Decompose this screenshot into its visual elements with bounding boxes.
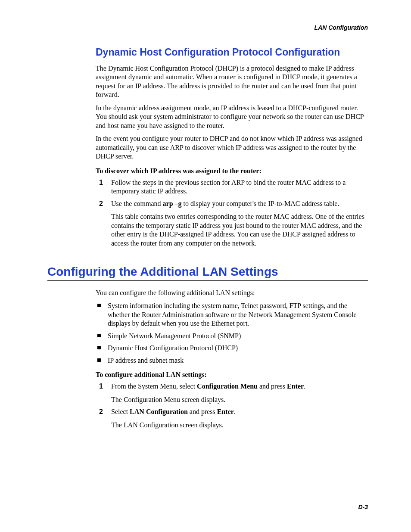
- step-text: Follow the steps in the previous section…: [111, 179, 346, 195]
- running-header: LAN Configuration: [47, 24, 368, 31]
- procedure-steps: Follow the steps in the previous section…: [96, 178, 368, 248]
- content-column: Dynamic Host Configuration Protocol Conf…: [96, 47, 368, 248]
- list-item: Simple Network Management Protocol (SNMP…: [96, 332, 368, 340]
- step-text-post: .: [234, 408, 236, 415]
- bullet-list: System information including the system …: [96, 302, 368, 365]
- heading-dhcp-config: Dynamic Host Configuration Protocol Conf…: [96, 47, 368, 58]
- step-2: Use the command arp –g to display your c…: [96, 199, 368, 248]
- heading-configuring-lan: Configuring the Additional LAN Settings: [47, 265, 368, 281]
- list-item: Dynamic Host Configuration Protocol (DHC…: [96, 344, 368, 352]
- major-section-wrap: Configuring the Additional LAN Settings: [47, 265, 368, 281]
- step-subparagraph: The Configuration Menu screen displays.: [111, 395, 368, 404]
- step-subparagraph: The LAN Configuration screen displays.: [111, 421, 368, 429]
- page: LAN Configuration Dynamic Host Configura…: [0, 0, 411, 450]
- paragraph: In the event you configure your router t…: [96, 134, 368, 161]
- step-text-pre: From the System Menu, select: [111, 383, 197, 390]
- key-enter: Enter: [217, 408, 234, 415]
- step-text-pre: Use the command: [111, 200, 163, 207]
- step-1: Follow the steps in the previous section…: [96, 178, 368, 196]
- menu-configuration-menu: Configuration Menu: [197, 383, 258, 390]
- step-text-post: to display your computer's the IP-to-MAC…: [182, 200, 339, 207]
- step-text-mid: and press: [188, 408, 217, 415]
- step-text-pre: Select: [111, 408, 130, 415]
- procedure-steps: From the System Menu, select Configurati…: [96, 382, 368, 429]
- command-arp-g: arp –g: [163, 200, 182, 207]
- step-text-post: .: [304, 383, 305, 390]
- procedure-lead: To configure additional LAN settings:: [96, 371, 368, 379]
- step-1: From the System Menu, select Configurati…: [96, 382, 368, 404]
- content-column: You can configure the following addition…: [96, 289, 368, 429]
- step-subparagraph: This table contains two entries correspo…: [111, 212, 368, 248]
- key-enter: Enter: [287, 383, 304, 390]
- list-item: IP address and subnet mask: [96, 356, 368, 365]
- paragraph: In the dynamic address assignment mode, …: [96, 104, 368, 130]
- procedure-lead: To discover which IP address was assigne…: [96, 167, 368, 175]
- paragraph: The Dynamic Host Configuration Protocol …: [96, 64, 368, 100]
- page-number: D-3: [358, 504, 368, 510]
- step-2: Select LAN Configuration and press Enter…: [96, 408, 368, 429]
- list-item: System information including the system …: [96, 302, 368, 328]
- paragraph: You can configure the following addition…: [96, 289, 368, 297]
- menu-lan-configuration: LAN Configuration: [130, 408, 188, 415]
- step-text-mid: and press: [258, 383, 287, 390]
